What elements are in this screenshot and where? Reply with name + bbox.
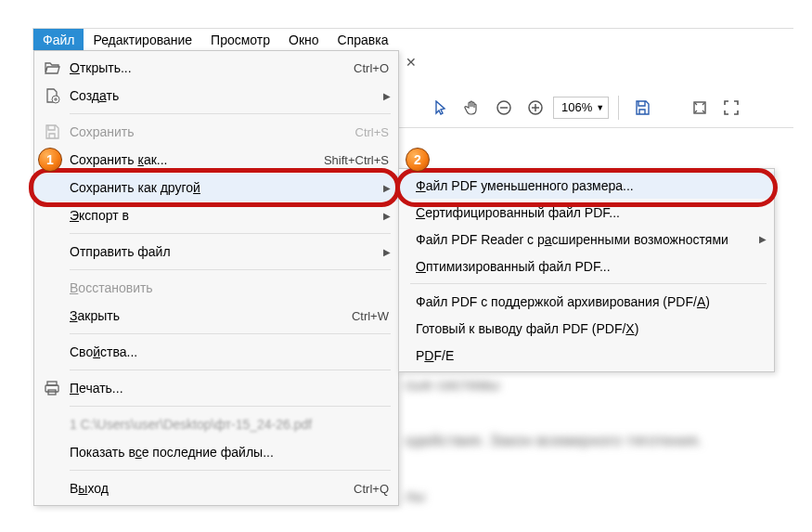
save-icon[interactable] xyxy=(628,94,656,122)
menu-item-save-as-other[interactable]: Сохранить как другой ▶ xyxy=(34,174,398,201)
blank-icon xyxy=(42,305,62,326)
menu-label: Экспорт в xyxy=(70,208,389,223)
hand-tool-icon[interactable] xyxy=(458,94,486,122)
toolbar-separator xyxy=(618,96,619,120)
menu-label: Свойства... xyxy=(70,344,389,359)
menu-item-properties[interactable]: Свойства... xyxy=(34,338,398,366)
blurred-line: сые системы xyxy=(405,367,794,404)
submenu-item-certified-pdf[interactable]: Сертифицированный файл PDF... xyxy=(399,199,774,226)
submenu-item-pdfa[interactable]: Файл PDF с поддержкой архивирования (PDF… xyxy=(399,288,774,315)
menu-label: Печать... xyxy=(70,381,389,396)
fit-page-icon[interactable] xyxy=(686,94,714,122)
blank-icon xyxy=(42,342,62,362)
shortcut: Shift+Ctrl+S xyxy=(324,153,389,167)
menu-label: Закрыть xyxy=(70,308,352,323)
menu-label: Сохранить xyxy=(70,124,355,139)
menu-item-export[interactable]: Экспорт в ▶ xyxy=(34,201,398,229)
menu-label: 1 C:\Users\user\Desktop\фт-15_24-26.pdf xyxy=(70,417,389,432)
submenu-arrow-icon: ▶ xyxy=(759,234,767,244)
menu-label: Выход xyxy=(70,481,354,496)
menubar-item-view[interactable]: Просмотр xyxy=(201,29,279,50)
submenu-item-reader-extended-pdf[interactable]: Файл PDF Reader с расширенными возможнос… xyxy=(399,226,774,253)
new-document-icon xyxy=(42,85,62,106)
zoom-level-select[interactable]: 106% ▼ xyxy=(553,97,609,119)
blank-icon xyxy=(42,205,62,226)
document-blurred-content: сые системы одействия. Закон всемирного … xyxy=(405,367,794,515)
submenu-item-reduced-size-pdf[interactable]: Файл PDF уменьшенного размера... xyxy=(399,172,774,199)
menubar-item-file[interactable]: Файл xyxy=(33,29,84,50)
menu-item-send-file[interactable]: Отправить файл ▶ xyxy=(34,238,398,266)
fullscreen-icon[interactable] xyxy=(717,94,745,122)
zoom-in-icon[interactable] xyxy=(522,94,549,122)
blank-icon xyxy=(42,414,62,435)
menu-label: Отправить файл xyxy=(70,244,389,259)
menu-label: Файл PDF с поддержкой архивирования (PDF… xyxy=(416,294,765,309)
shortcut: Ctrl+W xyxy=(352,309,389,323)
menu-label: Показать все последние файлы... xyxy=(70,445,389,460)
folder-open-icon xyxy=(42,58,62,78)
menu-label: Восстановить xyxy=(70,280,389,295)
submenu-arrow-icon: ▶ xyxy=(383,247,391,257)
blank-icon xyxy=(42,442,62,462)
shortcut: Ctrl+S xyxy=(355,125,389,139)
menu-label: PDF/E xyxy=(416,348,765,363)
menu-label: Открыть... xyxy=(70,60,354,75)
menubar-item-help[interactable]: Справка xyxy=(329,29,398,50)
zoom-value: 106% xyxy=(561,100,592,114)
menu-label: Файл PDF Reader с расширенными возможнос… xyxy=(416,232,765,247)
menu-label: Сохранить как... xyxy=(70,152,324,167)
menu-item-save: Сохранить Ctrl+S xyxy=(34,118,398,146)
menu-label: Оптимизированный файл PDF... xyxy=(416,259,765,274)
menu-label: Сохранить как другой xyxy=(70,180,389,195)
pointer-tool-icon[interactable] xyxy=(427,94,455,122)
tab-close-button[interactable]: ✕ xyxy=(405,56,418,69)
menubar-item-window[interactable]: Окно xyxy=(279,29,329,50)
submenu-arrow-icon: ▶ xyxy=(383,183,391,193)
blurred-line: лы xyxy=(405,478,794,515)
submenu-item-pdfx[interactable]: Готовый к выводу файл PDF (PDF/X) xyxy=(399,315,774,342)
menu-separator xyxy=(70,370,391,370)
menu-label: Готовый к выводу файл PDF (PDF/X) xyxy=(416,321,765,336)
menubar: Файл Редактирование Просмотр Окно Справк… xyxy=(32,28,793,50)
menu-separator xyxy=(70,113,391,114)
blank-icon xyxy=(42,278,62,298)
menu-item-recent-file-1[interactable]: 1 C:\Users\user\Desktop\фт-15_24-26.pdf xyxy=(34,410,398,438)
submenu-arrow-icon: ▶ xyxy=(383,91,391,101)
shortcut: Ctrl+O xyxy=(354,61,389,75)
zoom-out-icon[interactable] xyxy=(490,94,518,122)
menu-item-revert: Восстановить xyxy=(34,274,398,302)
menu-label: Файл PDF уменьшенного размера... xyxy=(416,178,765,193)
menu-item-save-as[interactable]: Сохранить как... Shift+Ctrl+S xyxy=(34,146,398,174)
menu-separator xyxy=(70,233,391,234)
blank-icon xyxy=(42,177,62,198)
menu-item-exit[interactable]: Выход Ctrl+Q xyxy=(34,474,398,502)
menu-item-close[interactable]: Закрыть Ctrl+W xyxy=(34,302,398,330)
menu-separator xyxy=(70,333,391,334)
blurred-line: одействия. Закон всемирного тяготения. xyxy=(405,422,794,460)
save-as-other-submenu: Файл PDF уменьшенного размера... Сертифи… xyxy=(398,168,775,372)
menu-separator xyxy=(70,470,391,471)
shortcut: Ctrl+Q xyxy=(354,482,389,496)
menu-item-create[interactable]: Создать ▶ xyxy=(34,82,398,110)
submenu-arrow-icon: ▶ xyxy=(383,211,391,221)
menu-separator xyxy=(410,283,767,284)
submenu-item-optimized-pdf[interactable]: Оптимизированный файл PDF... xyxy=(399,253,774,279)
submenu-item-pdfe[interactable]: PDF/E xyxy=(399,342,774,369)
save-disk-icon xyxy=(42,122,62,142)
menu-separator xyxy=(70,406,391,407)
menubar-item-edit[interactable]: Редактирование xyxy=(84,29,201,50)
menu-label: Сертифицированный файл PDF... xyxy=(416,205,765,220)
menu-item-print[interactable]: Печать... xyxy=(34,374,398,402)
menu-item-show-all-recent[interactable]: Показать все последние файлы... xyxy=(34,438,398,466)
file-menu-dropdown: Открыть... Ctrl+O Создать ▶ Сохранить Ct… xyxy=(33,50,399,506)
viewer-toolbar: 106% ▼ xyxy=(399,87,793,128)
printer-icon xyxy=(42,378,62,398)
blank-icon xyxy=(42,241,62,262)
annotation-badge-2: 2 xyxy=(406,148,430,172)
chevron-down-icon: ▼ xyxy=(596,103,604,112)
svg-rect-10 xyxy=(45,385,58,392)
menu-separator xyxy=(70,269,391,270)
menu-label: Создать xyxy=(70,88,389,103)
menu-item-open[interactable]: Открыть... Ctrl+O xyxy=(34,54,398,82)
annotation-badge-1: 1 xyxy=(38,148,62,172)
